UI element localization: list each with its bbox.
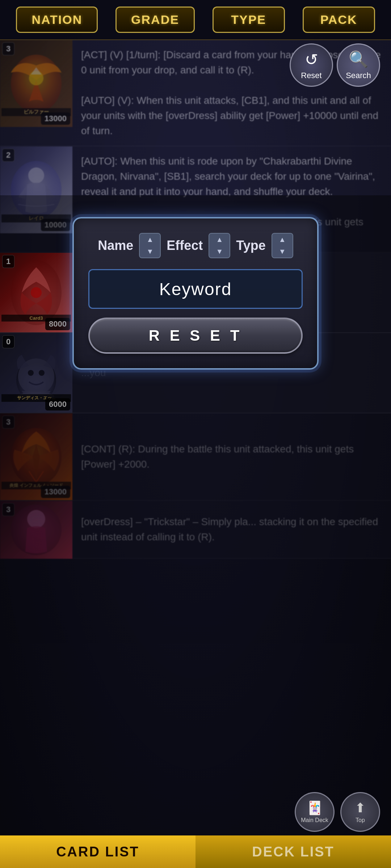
top-icon: ⬆	[355, 800, 366, 816]
effect-sort-selector[interactable]: ▲ ▼	[209, 233, 230, 258]
svg-point-3	[28, 167, 44, 183]
name-sort-up[interactable]: ▲	[140, 234, 160, 246]
sort-type-label: Type	[236, 238, 265, 253]
reset-float-label: Reset	[301, 71, 321, 80]
deck-list-nav-button[interactable]: DECK LIST	[196, 835, 391, 868]
type-sort-up[interactable]: ▲	[272, 234, 293, 246]
search-float-label: Search	[346, 71, 371, 80]
sort-name-label: Name	[98, 238, 133, 253]
bottom-nav-bar: CARD LIST DECK LIST	[0, 835, 391, 868]
top-button[interactable]: ⬆ Top	[340, 792, 380, 832]
nav-nation[interactable]: NATION	[16, 7, 98, 33]
sort-modal: Name ▲ ▼ Effect ▲ ▼ Type ▲ ▼ R E	[72, 217, 319, 370]
nav-pack[interactable]: PACK	[303, 7, 375, 33]
reset-button[interactable]: R E S E T	[88, 318, 303, 354]
grade-badge: 3	[2, 42, 14, 55]
type-sort-selector[interactable]: ▲ ▼	[272, 233, 293, 258]
card-list-nav-button[interactable]: CARD LIST	[0, 835, 196, 868]
search-float-button[interactable]: 🔍 Search	[337, 43, 380, 87]
card-art-svg	[7, 51, 65, 116]
nav-type[interactable]: TYPE	[213, 7, 285, 33]
top-label: Top	[356, 817, 365, 824]
grade-badge: 2	[2, 149, 14, 162]
effect-sort-up[interactable]: ▲	[209, 234, 230, 246]
reset-float-button[interactable]: ↺ Reset	[290, 43, 333, 87]
floating-actions: ↺ Reset 🔍 Search	[290, 43, 380, 87]
type-sort-down[interactable]: ▼	[272, 246, 293, 258]
sort-modal-overlay[interactable]: Name ▲ ▼ Effect ▲ ▼ Type ▲ ▼ R E	[0, 195, 391, 868]
power-badge: 13000	[41, 112, 70, 125]
effect-sort-down[interactable]: ▼	[209, 246, 230, 258]
deck-icon: 🃏	[307, 800, 323, 816]
main-deck-label: Main Deck	[301, 817, 328, 824]
search-float-icon: 🔍	[349, 50, 369, 69]
main-deck-button[interactable]: 🃏 Main Deck	[295, 792, 335, 832]
sort-effect-label: Effect	[167, 238, 203, 253]
name-sort-selector[interactable]: ▲ ▼	[139, 233, 161, 258]
card-image: 3	[0, 40, 72, 127]
top-nav-bar: NATION GRADE TYPE PACK	[0, 0, 391, 40]
reset-float-icon: ↺	[305, 50, 318, 69]
sort-options-row: Name ▲ ▼ Effect ▲ ▼ Type ▲ ▼	[88, 233, 303, 258]
name-sort-down[interactable]: ▼	[140, 246, 160, 258]
nav-grade[interactable]: GRADE	[115, 7, 195, 33]
keyword-input[interactable]	[88, 269, 303, 309]
bottom-float-area: 🃏 Main Deck ⬆ Top	[295, 792, 380, 832]
